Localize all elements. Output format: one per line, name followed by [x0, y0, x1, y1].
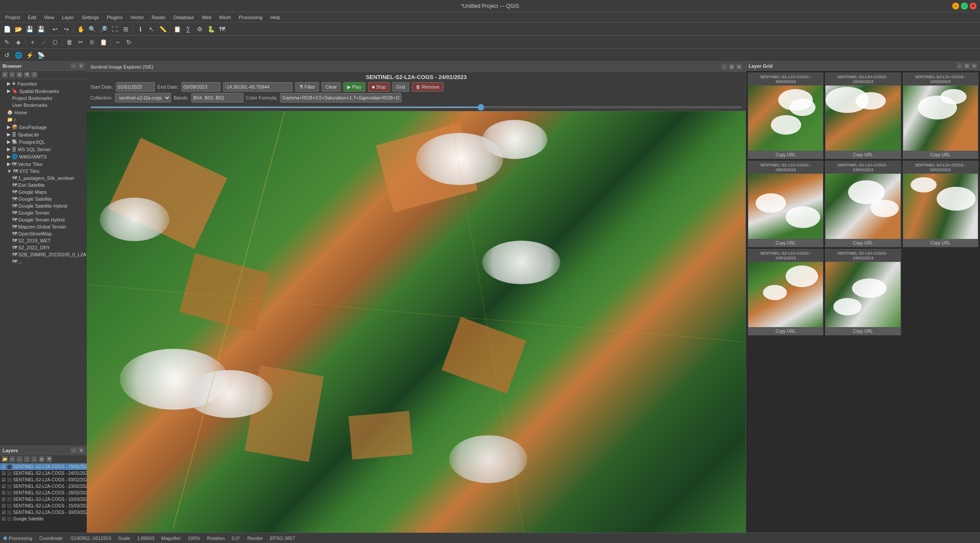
- browser-item-geopackage[interactable]: ▶📦 GeoPackage: [0, 123, 87, 131]
- move-button[interactable]: ↔: [112, 37, 123, 47]
- browser-item-google-terrain-hybrid[interactable]: 🗺 Google Terrain Hybrid: [0, 216, 87, 223]
- color-formula-input[interactable]: [280, 93, 401, 103]
- browser-item-xyz-tiles[interactable]: ▼🗺 XYZ Tiles: [0, 168, 87, 175]
- add-line-button[interactable]: ⟋: [39, 37, 49, 47]
- browser-help-button[interactable]: ?: [31, 72, 37, 78]
- copy-url-button-3[interactable]: Copy URL: [748, 239, 823, 247]
- menu-settings[interactable]: Settings: [78, 14, 102, 21]
- browser-item-s2-dry[interactable]: 🗺 S2_2022_DRY: [0, 244, 87, 251]
- copy-url-button-2[interactable]: Copy URL: [903, 151, 978, 159]
- menu-edit[interactable]: Edit: [24, 14, 39, 21]
- grid-button[interactable]: Grid: [392, 82, 409, 92]
- layer-item-5[interactable]: ☑ ⬛ SENTINEL-S2-L2A-COGS - 10/03/2023: [0, 496, 87, 503]
- processing-button[interactable]: ⚙: [194, 24, 205, 34]
- menu-project[interactable]: Project: [2, 14, 23, 21]
- menu-vector[interactable]: Vector: [127, 14, 147, 21]
- browser-item-wms[interactable]: ▶🌐 WMS/WMTS: [0, 153, 87, 160]
- copy-url-button-5[interactable]: Copy URL: [903, 239, 978, 247]
- field-calc-button[interactable]: ∑: [183, 24, 194, 34]
- layer-check-2[interactable]: ☑: [2, 477, 6, 482]
- attributes-button[interactable]: 📋: [172, 24, 182, 34]
- layers-add-button[interactable]: +: [9, 456, 15, 462]
- undo-button[interactable]: ↩: [50, 24, 60, 34]
- layer-check-4[interactable]: ☑: [2, 490, 6, 495]
- python-button[interactable]: 🐍: [206, 24, 216, 34]
- rotate-button[interactable]: ↻: [124, 37, 134, 47]
- layer-check-8[interactable]: ☑: [2, 517, 6, 521]
- end-date-input[interactable]: [181, 82, 220, 92]
- layer-check-0[interactable]: ☑: [2, 464, 6, 469]
- refresh-button[interactable]: ↺: [2, 50, 12, 60]
- layer-grid-float[interactable]: ⊟: [964, 63, 970, 69]
- browser-item-home[interactable]: 🏠 Home: [0, 109, 87, 116]
- paste-button[interactable]: 📋: [98, 37, 109, 47]
- browser-refresh-button[interactable]: ↺: [2, 72, 8, 78]
- layers-panel-minimize[interactable]: −: [71, 447, 77, 454]
- menu-mesh[interactable]: Mesh: [216, 14, 234, 21]
- copy-url-button-1[interactable]: Copy URL: [825, 151, 900, 159]
- browser-item-user-bookmarks[interactable]: User Bookmarks: [0, 102, 87, 109]
- maximize-button[interactable]: □: [961, 3, 968, 10]
- menu-view[interactable]: View: [40, 14, 58, 21]
- menu-web[interactable]: Web: [198, 14, 215, 21]
- copy-button[interactable]: ⎘: [87, 37, 97, 47]
- menu-layer[interactable]: Layer: [59, 14, 78, 21]
- new-project-button[interactable]: 📄: [2, 24, 12, 34]
- browser-item-google-satellite[interactable]: 🗺 Google Satellite: [0, 195, 87, 202]
- redo-button[interactable]: ↪: [61, 24, 72, 34]
- layer-grid-close[interactable]: ✕: [971, 63, 977, 69]
- minimize-button[interactable]: −: [952, 3, 959, 10]
- browser-filter-button[interactable]: ⚗: [24, 72, 30, 78]
- menu-help[interactable]: Help: [267, 14, 284, 21]
- layer-check-7[interactable]: ☑: [2, 510, 6, 515]
- select-button[interactable]: ↖: [146, 24, 157, 34]
- plugin-btn-2[interactable]: ⚡: [24, 50, 35, 60]
- menu-processing[interactable]: Processing: [235, 14, 266, 21]
- browser-item-mssql[interactable]: ▶🗄 MS SQL Server: [0, 146, 87, 153]
- collection-select[interactable]: sentinel-s2-l2a-cogs: [115, 93, 171, 103]
- zoom-full-button[interactable]: ⛶: [109, 24, 120, 34]
- play-button[interactable]: ▶ Play: [343, 82, 365, 92]
- browser-item-s2-wet[interactable]: 🗺 S2_2019_WET: [0, 237, 87, 244]
- bands-input[interactable]: [191, 93, 243, 103]
- sentinel-plugin-minimize[interactable]: −: [721, 64, 727, 70]
- layer-item-8[interactable]: ☑ ⬛ Google Satellite: [0, 516, 87, 522]
- browser-collapse-button[interactable]: ⊟: [16, 72, 23, 78]
- browser-item-project-bookmarks[interactable]: Project Bookmarks: [0, 95, 87, 102]
- browser-item-s2b[interactable]: 🗺 S2B_20MRB_20220105_0_L2A: [0, 251, 87, 258]
- layer-grid-minimize[interactable]: −: [957, 63, 963, 69]
- pan-button[interactable]: ✋: [76, 24, 86, 34]
- layer-check-3[interactable]: ☑: [2, 484, 6, 489]
- remove-button[interactable]: 🗑 Remove: [412, 82, 444, 92]
- menu-raster[interactable]: Raster: [148, 14, 169, 21]
- browser-item-1pastagem[interactable]: 🗺 1_pastagem_50k_sentinel: [0, 175, 87, 182]
- browser-item-google-terrain[interactable]: 🗺 Google Terrain: [0, 209, 87, 216]
- menu-database[interactable]: Database: [170, 14, 197, 21]
- filter-button[interactable]: ⚗ Filter: [295, 82, 319, 92]
- layer-item-1[interactable]: ☑ ⬛ SENTINEL-S2-L2A-COGS - 24/01/2023: [0, 470, 87, 477]
- browser-item-google-satellite-hybrid[interactable]: 🗺 Google Satellite Hybrid: [0, 202, 87, 209]
- close-button[interactable]: ✕: [970, 3, 977, 10]
- save-project-button[interactable]: 💾: [24, 24, 35, 34]
- menu-plugins[interactable]: Plugins: [103, 14, 126, 21]
- layers-panel-close[interactable]: ✕: [78, 447, 84, 454]
- layer-check-1[interactable]: ☑: [2, 471, 6, 476]
- browser-item-google-maps[interactable]: 🗺 Google Maps: [0, 189, 87, 195]
- layer-check-6[interactable]: ☑: [2, 503, 6, 508]
- coords-input[interactable]: [223, 82, 293, 92]
- save-as-button[interactable]: 💾: [36, 24, 46, 34]
- browser-item-mapzen[interactable]: 🗺 Mapzen Global Terrain: [0, 223, 87, 230]
- identify-button[interactable]: ℹ: [135, 24, 145, 34]
- zoom-selection-button[interactable]: ⊞: [121, 24, 131, 34]
- copy-url-button-0[interactable]: Copy URL: [748, 151, 823, 159]
- layer-item-7[interactable]: ☑ ⬛ SENTINEL-S2-L2A-COGS - 30/03/2023: [0, 509, 87, 516]
- plugin-btn-1[interactable]: 🌐: [13, 50, 23, 60]
- browser-panel-minimize[interactable]: −: [71, 63, 77, 69]
- timeline-slider-input[interactable]: [90, 106, 742, 108]
- zoom-out-button[interactable]: 🔎: [98, 24, 109, 34]
- sentinel-plugin-float[interactable]: ⊟: [729, 64, 735, 70]
- open-project-button[interactable]: 📂: [13, 24, 23, 34]
- delete-button[interactable]: 🗑: [64, 37, 75, 47]
- copy-url-button-4[interactable]: Copy URL: [825, 239, 900, 247]
- clear-button[interactable]: Clear: [322, 82, 341, 92]
